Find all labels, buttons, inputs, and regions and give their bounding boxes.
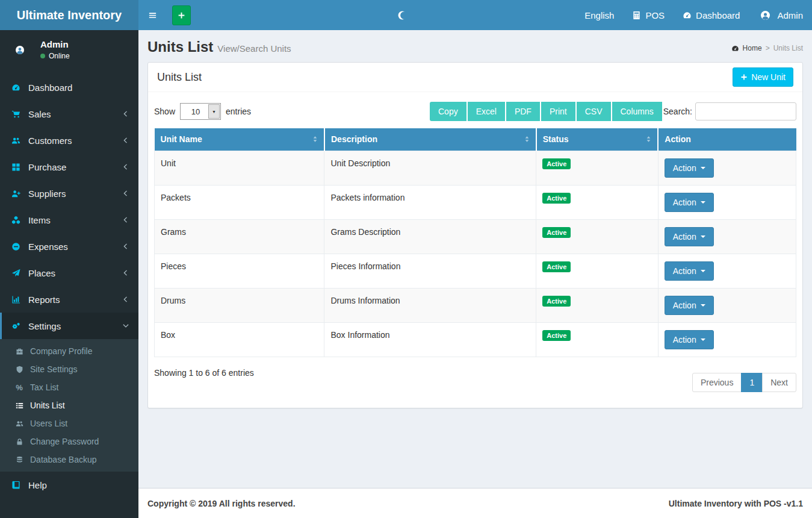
new-unit-button[interactable]: New Unit (733, 67, 793, 87)
sidebar-subitem-units-list[interactable]: Units List (0, 396, 138, 414)
table-row-object-object: Unit Unit Description Active Action (155, 151, 796, 185)
caret-down-icon (701, 270, 705, 272)
pagination-next[interactable]: Next (762, 373, 796, 392)
sidebar-item-expenses[interactable]: Expenses (0, 233, 138, 260)
dark-mode-toggle[interactable] (397, 0, 408, 30)
plus-icon (740, 73, 748, 81)
content-header: Units ListView/Search Units Home > Units… (138, 30, 812, 55)
column-header-status[interactable]: Status (536, 128, 659, 151)
chevron-left-icon (122, 269, 129, 276)
online-status-dot (40, 54, 45, 58)
sidebar-subitem-change-password[interactable]: Change Password (0, 432, 138, 451)
table-footer: Showing 1 to 6 of 6 entries Previous 1 N… (154, 357, 796, 402)
export-button-csv[interactable]: CSV (577, 102, 611, 121)
main-content: Units ListView/Search Units Home > Units… (138, 30, 812, 488)
column-header-unit-name[interactable]: Unit Name (155, 128, 324, 151)
sidebar-item-purchase[interactable]: Purchase (0, 154, 138, 180)
sidebar-item-help[interactable]: Help (0, 472, 138, 498)
export-button-pdf[interactable]: PDF (506, 102, 540, 121)
submenu-item-label: Change Password (30, 437, 99, 446)
column-label: Action (665, 134, 691, 144)
sidebar-item-customers[interactable]: Customers (0, 127, 138, 154)
sidebar-subitem-tax-list[interactable]: % Tax List (0, 378, 138, 396)
export-button-print[interactable]: Print (541, 102, 575, 121)
sidebar-subitem-users-list[interactable]: Users List (0, 414, 138, 432)
submenu-item-label: Users List (30, 419, 67, 428)
gauge-icon (683, 11, 692, 20)
page-subtitle: View/Search Units (217, 43, 291, 54)
sidebar-item-suppliers[interactable]: Suppliers (0, 180, 138, 207)
action-dropdown-button[interactable]: Action (665, 261, 714, 281)
sidebar-user-status: Online (40, 52, 70, 60)
brand-logo[interactable]: Ultimate Inventory (0, 0, 138, 30)
sidebar-item-dashboard[interactable]: Dashboard (0, 74, 138, 101)
brand-text: Ultimate Inventory (17, 8, 122, 22)
table-row-object-object: Pieces Pieces Information Active Action (155, 254, 796, 288)
sort-icon (523, 136, 531, 143)
sidebar-item-icon (9, 110, 22, 119)
breadcrumb: Home > Units List (731, 44, 803, 52)
sidebar-item-sales[interactable]: Sales (0, 101, 138, 127)
action-dropdown-button[interactable]: Action (665, 330, 714, 349)
description-cell: Drums Information (324, 288, 536, 322)
export-button-columns[interactable]: Columns (612, 102, 662, 121)
sidebar-item-items[interactable]: Items (0, 207, 138, 233)
sidebar-subitem-database-backup[interactable]: Database Backup (0, 451, 138, 469)
action-dropdown-button[interactable]: Action (665, 158, 714, 178)
sidebar-item-settings[interactable]: Settings (0, 313, 138, 339)
sidebar-subitem-site-settings[interactable]: Site Settings (0, 360, 138, 378)
action-dropdown-button[interactable]: Action (665, 193, 714, 212)
page-length-select[interactable]: 10 (180, 103, 221, 120)
avatar (758, 8, 773, 23)
chevron-left-icon (122, 190, 129, 197)
panel-body: Show 10 entries Copy (148, 92, 802, 408)
breadcrumb-current: Units List (773, 44, 803, 52)
action-button-label: Action (673, 232, 696, 242)
export-button-group: Copy Excel PDF Print CSV Columns (430, 102, 662, 121)
sort-icon (645, 136, 652, 143)
sidebar-item-places[interactable]: Places (0, 260, 138, 286)
sidebar-item-label: Customers (28, 136, 72, 146)
sort-icon (311, 136, 319, 143)
pagination-previous[interactable]: Previous (692, 373, 742, 392)
export-button-excel[interactable]: Excel (468, 102, 505, 121)
book-icon (9, 481, 22, 490)
navbar-right-menu: English POS Dashboard Admin (575, 0, 812, 30)
sidebar-item-label: Sales (28, 109, 51, 119)
description-cell: Grams Description (324, 219, 536, 254)
user-menu[interactable]: Admin (749, 0, 812, 30)
sidebar-subitem-company-profile[interactable]: Company Profile (0, 342, 138, 360)
pos-link[interactable]: POS (623, 0, 674, 30)
status-cell: Active (536, 322, 659, 357)
gears-icon (9, 322, 22, 331)
action-button-label: Action (673, 335, 696, 345)
status-badge: Active (542, 330, 571, 341)
sidebar-item-icon (9, 216, 22, 225)
status-cell: Active (536, 288, 659, 322)
status-badge: Active (542, 227, 571, 238)
language-menu[interactable]: English (575, 0, 623, 30)
export-button-copy[interactable]: Copy (430, 102, 466, 121)
action-dropdown-button[interactable]: Action (665, 227, 714, 246)
sidebar-item-label: Expenses (28, 242, 68, 252)
description-cell: Pieces Information (324, 254, 536, 288)
submenu-item-icon (13, 456, 25, 464)
sidebar-item-icon (9, 189, 22, 198)
submenu-item-icon (13, 348, 25, 355)
chevron-left-icon (122, 163, 129, 170)
column-label: Description (331, 134, 377, 144)
sidebar-toggle-button[interactable] (138, 0, 166, 30)
action-button-label: Action (673, 266, 696, 276)
breadcrumb-home[interactable]: Home (743, 44, 762, 52)
search-input[interactable] (695, 102, 796, 120)
pagination-page-1[interactable]: 1 (741, 373, 763, 392)
dashboard-link[interactable]: Dashboard (674, 0, 749, 30)
sidebar-item-reports[interactable]: Reports (0, 286, 138, 313)
sidebar-item-icon (9, 163, 22, 172)
submenu-item-icon (13, 420, 25, 428)
action-dropdown-button[interactable]: Action (665, 296, 714, 315)
column-header-description[interactable]: Description (324, 128, 536, 151)
sidebar-item-icon (9, 136, 22, 145)
quick-add-button[interactable] (172, 5, 191, 25)
status-cell: Active (536, 151, 659, 185)
